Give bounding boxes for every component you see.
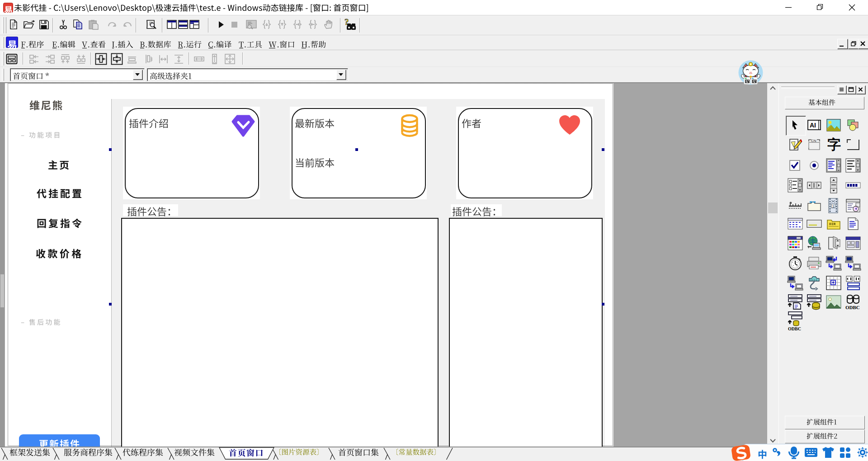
- svg-text:ODBC: ODBC: [845, 305, 860, 310]
- svg-text:ODBC: ODBC: [788, 326, 801, 331]
- svg-text:DIR: DIR: [829, 222, 836, 226]
- svg-text:字: 字: [827, 137, 841, 152]
- svg-text:1: 1: [832, 204, 835, 208]
- svg-text:AI: AI: [810, 122, 816, 129]
